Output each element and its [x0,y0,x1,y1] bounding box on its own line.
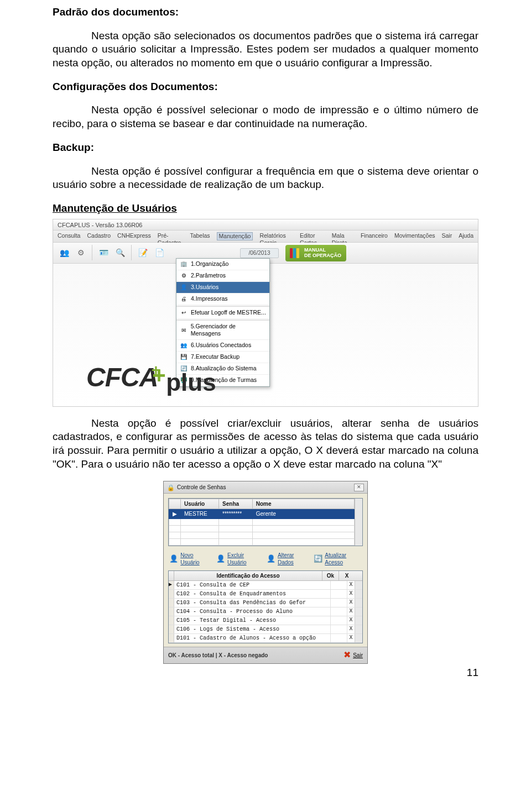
access-label: C103 - Consulta das Pendências do Gefor [174,599,330,607]
toolbar-icon-card[interactable]: 🪪 [97,246,110,259]
menu-precadastro[interactable]: Pré-Cadastro [158,232,184,240]
row-selector [169,634,174,642]
scrollbar-track [355,625,362,633]
access-row[interactable]: D101 - Cadastro de Alunos - Acesso a opç… [169,634,362,643]
menu-tabelas[interactable]: Tabelas [190,232,210,240]
building-icon: 🏢 [180,260,188,268]
menu-maladireta[interactable]: Mala Direta [332,232,354,240]
access-table[interactable]: Identificação do Acesso Ok X ▶C101 - Con… [168,570,363,643]
access-x[interactable]: X [347,607,355,616]
toolbar-icon-users[interactable]: 👥 [58,246,71,259]
access-row[interactable]: C104 - Consulta - Processo do AlunoX [169,607,362,616]
scrollbar-track [355,590,362,598]
menu-cadastro[interactable]: Cadastro [87,232,111,240]
scrollbar-track [355,634,362,642]
access-label: C104 - Consulta - Processo do Aluno [174,607,330,616]
access-row[interactable]: C105 - Testar Digital - AcessoX [169,616,362,625]
dialog-footer: OK - Acesso total | X - Acesso negado ✖ … [164,647,367,663]
dropdown-item-logoff[interactable]: ↩Efetuar Logoff de MESTRE... [176,307,269,319]
dropdown-label: 1.Organização [191,260,228,268]
row-selector [169,625,174,633]
menu-relatorios[interactable]: Relatórios Gerais [259,232,293,240]
dropdown-label: 3.Usuários [191,284,218,291]
toolbar-icon-doc[interactable]: 📄 [153,246,166,259]
message-icon: ✉ [180,326,188,334]
dropdown-item-organizacao[interactable]: 🏢1.Organização [176,259,269,270]
toolbar-divider [131,245,132,260]
toolbar-icon-search[interactable]: 🔍 [113,246,127,259]
screenshot-controle-senhas: 🔒 Controle de Senhas ✕ Usuário Senha Nom… [163,481,368,664]
table-row[interactable] [169,519,355,526]
row-selector [169,616,174,625]
access-ok[interactable] [330,607,347,616]
toolbar-icon-gear[interactable]: ⚙ [74,246,87,259]
heading-manutencao-usuarios: Manutenção de Usuários [53,202,478,216]
cell-usuario: MESTRE [181,509,219,519]
access-x[interactable]: X [347,590,355,598]
row-selector [169,607,174,616]
table-row[interactable] [169,539,355,546]
user-delete-icon: 👤 [216,554,225,564]
access-row[interactable]: ▶C101 - Consulta de CEPX [169,581,362,590]
menu-financeiro[interactable]: Financeiro [361,232,388,240]
alterar-dados-button[interactable]: 👤Alterar Dados [267,552,308,566]
table-row[interactable] [169,532,355,539]
access-label: C101 - Consulta de CEP [174,581,330,589]
user-icon: 👤 [180,284,188,291]
menu-movimentacoes[interactable]: Movimentações [394,232,435,240]
button-label: Alterar Dados [278,552,308,566]
manual-label: MANUAL DE OPERAÇÃO [304,248,341,259]
menu-sair[interactable]: Sair [441,232,452,240]
access-ok[interactable] [330,625,347,633]
menu-manutencao[interactable]: Manutenção [217,232,253,240]
refresh-icon: 🔄 [314,554,322,564]
gear-icon: ⚙ [180,272,188,280]
dropdown-item-parametros[interactable]: ⚙2.Parâmetros [176,270,269,282]
paragraph-backup: Nesta opção é possível configurar a freq… [53,165,478,192]
dropdown-separator [176,319,269,321]
menu-cnhexpress[interactable]: CNHExpress [117,232,151,240]
access-ok[interactable] [330,634,347,642]
heading-config-docs: Configurações dos Documentos: [53,80,478,94]
access-ok[interactable] [330,599,347,607]
menu-consulta[interactable]: Consulta [58,232,80,240]
page-number: 11 [53,666,478,680]
users-table[interactable]: Usuário Senha Nome ▶ MESTRE ********* Ge… [168,498,363,546]
dropdown-item-usuarios[interactable]: 👤3.Usuários [176,282,269,294]
sair-button[interactable]: ✖ Sair [343,649,363,661]
paragraph-config-docs: Nesta opção é possível selecionar o modo… [53,103,478,130]
row-selector [169,590,174,598]
dropdown-item-gerenciador-msg[interactable]: ✉5.Gerenciador de Mensagens [176,321,269,340]
access-x[interactable]: X [347,581,355,589]
table-row[interactable] [169,526,355,532]
col-nome: Nome [252,499,354,509]
col-senha: Senha [219,499,253,509]
scrollbar[interactable] [355,499,362,546]
window-titlebar: CFCAPLUS - Versão 13.06R06 [53,219,478,230]
atualizar-acesso-button[interactable]: 🔄Atualizar Acesso [314,552,362,566]
app-menubar[interactable]: Consulta Cadastro CNHExpress Pré-Cadastr… [53,230,478,243]
excluir-usuario-button[interactable]: 👤Excluir Usuário [216,552,261,566]
menu-editorcartas[interactable]: Editor Cartas [300,232,325,240]
access-row[interactable]: C103 - Consulta das Pendências do GeforX [169,599,362,607]
access-x[interactable]: X [347,616,355,625]
access-x[interactable]: X [347,599,355,607]
dropdown-item-usuarios-conectados[interactable]: 👥6.Usuários Conectados [176,340,269,352]
books-icon [290,248,301,258]
row-selector [169,599,174,607]
manual-operacao-button[interactable]: MANUAL DE OPERAÇÃO [285,245,346,261]
access-row[interactable]: C102 - Consulta de EnquadramentosX [169,590,362,599]
user-add-icon: 👤 [169,554,178,564]
dropdown-item-impressoras[interactable]: 🖨4.Impressoras [176,294,269,305]
close-icon[interactable]: ✕ [354,484,364,491]
access-x[interactable]: X [347,634,355,642]
access-ok[interactable] [330,590,347,598]
access-row[interactable]: C106 - Logs de Sistema - AcessoX [169,625,362,634]
access-ok[interactable] [330,616,347,625]
menu-ajuda[interactable]: Ajuda [459,232,473,240]
access-x[interactable]: X [347,625,355,633]
table-row[interactable]: ▶ MESTRE ********* Gerente [169,509,355,519]
novo-usuario-button[interactable]: 👤Novo Usuário [169,552,211,566]
access-ok[interactable] [330,581,347,589]
toolbar-icon-edit[interactable]: 📝 [136,246,149,259]
